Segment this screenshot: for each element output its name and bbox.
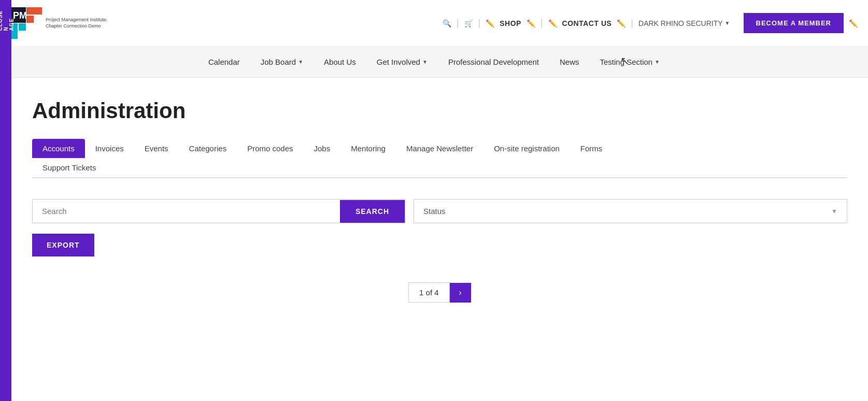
tab-accounts[interactable]: Accounts [32, 139, 85, 158]
page-next-button[interactable]: › [450, 283, 471, 303]
page-of-label: of [426, 288, 435, 297]
search-area: SEARCH Status ▼ [32, 199, 847, 223]
tab-categories[interactable]: Categories [179, 139, 237, 158]
dark-rhino-dropdown[interactable]: DARK RHINO SECURITY ▼ [638, 19, 730, 27]
main-content: Administration Accounts Invoices Events … [11, 78, 868, 323]
shop-link[interactable]: SHOP [500, 19, 521, 27]
pmi-logo-svg: PM [10, 7, 42, 39]
tab-events[interactable]: Events [134, 139, 179, 158]
search-button[interactable]: SEARCH [340, 200, 405, 223]
dark-rhino-label: DARK RHINO SECURITY [638, 19, 723, 27]
tab-mentoring[interactable]: Mentoring [340, 139, 396, 158]
logo-org-name: Project Management Institute. [46, 17, 108, 23]
left-edge-bar: CLOSENAGE [0, 0, 11, 323]
status-dropdown[interactable]: Status ▼ [414, 199, 847, 223]
become-member-button[interactable]: BECOME A MEMBER [744, 13, 844, 33]
nav-item-aboutus[interactable]: About Us [324, 58, 356, 66]
tab-invoices[interactable]: Invoices [85, 139, 134, 158]
export-button[interactable]: EXPORT [32, 234, 94, 256]
page-current: 1 [419, 288, 423, 297]
edit-icon-member[interactable]: ✏️ [849, 19, 858, 27]
dark-rhino-arrow: ▼ [725, 20, 730, 26]
jobboard-dropdown-arrow: ▼ [298, 59, 303, 65]
nav-item-calendar[interactable]: Calendar [208, 58, 240, 66]
logo-area: PM Project Management Institute. Chapter… [10, 7, 108, 39]
getinvolved-dropdown-arrow: ▼ [422, 59, 428, 65]
tab-onsite-registration[interactable]: On-site registration [483, 139, 570, 158]
search-input[interactable] [33, 199, 340, 223]
nav-item-jobboard-label: Job Board [261, 58, 296, 66]
search-input-wrap: SEARCH [32, 199, 405, 223]
testing-dropdown-arrow: ▼ [654, 59, 660, 65]
tab-support-tickets[interactable]: Support Tickets [32, 158, 106, 177]
page-indicator: 1 of 4 [408, 282, 450, 303]
nav-item-getinvolved[interactable]: Get Involved ▼ [377, 58, 428, 66]
status-placeholder: Status [423, 207, 446, 216]
edit-icon-shop[interactable]: ✏️ [486, 19, 494, 27]
top-bar: PM Project Management Institute. Chapter… [0, 0, 868, 47]
contact-link[interactable]: CONTACT US [562, 19, 612, 27]
nav-item-jobboard[interactable]: Job Board ▼ [261, 58, 303, 66]
svg-text:PM: PM [13, 10, 27, 21]
svg-rect-3 [26, 16, 34, 23]
pagination-area: 1 of 4 › [32, 282, 847, 303]
separator-1: | [457, 18, 459, 28]
svg-rect-2 [26, 7, 42, 15]
edit-icon-contact2[interactable]: ✏️ [617, 19, 625, 27]
nav-items: Calendar Job Board ▼ About Us Get Involv… [208, 58, 660, 66]
edit-icon-contact[interactable]: ✏️ [548, 19, 557, 27]
nav-item-testing[interactable]: Testing Section ▼ [600, 58, 660, 66]
separator-2: | [478, 18, 481, 28]
nav-bar: Calendar Job Board ▼ About Us Get Involv… [0, 47, 868, 78]
top-actions: 🔍 | 🛒 | ✏️ SHOP ✏️ | ✏️ CONTACT US ✏️ | … [443, 13, 858, 33]
cart-icon[interactable]: 🛒 [464, 19, 473, 27]
page-total: 4 [434, 288, 438, 297]
page-title: Administration [32, 98, 847, 123]
nav-item-news[interactable]: News [560, 58, 579, 66]
nav-item-testing-label: Testing Section [600, 58, 652, 66]
admin-tabs: Accounts Invoices Events Categories Prom… [32, 139, 847, 178]
status-dropdown-arrow: ▼ [831, 208, 837, 215]
logo-sub-name: Chapter Connection Demo [46, 23, 101, 30]
separator-4: | [631, 18, 633, 28]
edit-icon-shop2[interactable]: ✏️ [527, 19, 535, 27]
tab-forms[interactable]: Forms [570, 139, 613, 158]
nav-item-getinvolved-label: Get Involved [377, 58, 420, 66]
search-icon[interactable]: 🔍 [443, 19, 451, 27]
tab-promo-codes[interactable]: Promo codes [237, 139, 303, 158]
svg-rect-5 [19, 23, 26, 31]
nav-item-prodev[interactable]: Professional Development [448, 58, 539, 66]
left-edge-text: CLOSENAGE [0, 10, 15, 31]
tab-jobs[interactable]: Jobs [304, 139, 341, 158]
admin-tabs-row2: Support Tickets [32, 158, 847, 177]
tab-manage-newsletter[interactable]: Manage Newsletter [396, 139, 483, 158]
separator-3: | [540, 18, 543, 28]
logo-text-box: Project Management Institute. Chapter Co… [46, 17, 108, 29]
